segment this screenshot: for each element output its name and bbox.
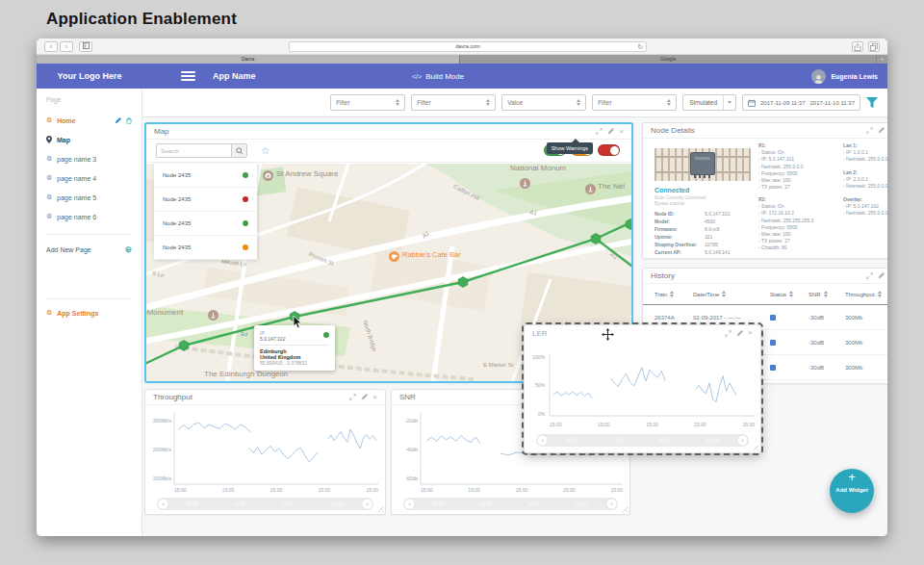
node-list-item[interactable]: Node 2435 (154, 236, 257, 260)
url-text: davra.com (455, 43, 480, 49)
resize-handle[interactable] (376, 505, 383, 512)
chart-scrollbar[interactable]: ‹ 06:0012:0018:00Aug 30 › (403, 498, 618, 510)
simulated-button[interactable]: Simulated (682, 94, 736, 111)
search-input[interactable] (156, 143, 231, 158)
node-list-item[interactable]: Node 2435 (154, 164, 257, 188)
tab-google[interactable]: Google (460, 55, 876, 64)
browser-back-button[interactable]: ‹ (44, 41, 58, 52)
node-marker-hexagon[interactable] (179, 341, 189, 351)
delete-page-icon[interactable] (126, 117, 132, 124)
add-page-plus-icon: ⊕ (124, 244, 132, 254)
x-axis-labels: 15:0015:0015:0015:0015:00 (550, 422, 755, 427)
scroll-right-button[interactable]: › (606, 499, 617, 509)
scroll-left-button[interactable]: ‹ (404, 499, 415, 509)
popup-status-dot (323, 332, 329, 338)
connection-status: Connected (654, 187, 706, 193)
throughput-widget: Throughput × 300Mb/s 200Mb/s 100Mb/s (144, 389, 386, 515)
gear-icon: ⚙ (46, 155, 52, 163)
tab-overview-button[interactable] (868, 41, 880, 52)
scroll-left-button[interactable]: ‹ (537, 435, 548, 446)
select-arrows-icon (396, 99, 399, 106)
add-new-page-button[interactable]: Add New Page ⊕ (46, 244, 132, 254)
sidebar-item-home[interactable]: ⚙ Home (46, 116, 132, 124)
column-snr[interactable]: SNR (808, 291, 845, 297)
ler-widget-dragging[interactable]: LER × 100% 50% 0% (524, 324, 761, 453)
simulated-dropdown-caret[interactable] (723, 95, 735, 110)
close-widget-icon[interactable]: × (748, 330, 753, 336)
date-range-picker[interactable]: 2017-11-09 11:37 2017-11-10 11:37 (742, 94, 860, 111)
avatar (811, 69, 826, 84)
chart-scrollbar[interactable]: ‹ 06:0012:0018:00Aug 30 › (157, 498, 373, 510)
edit-widget-icon[interactable] (878, 127, 885, 134)
scroll-right-button[interactable]: › (362, 499, 372, 509)
reader-icon (83, 42, 90, 49)
url-bar[interactable]: davra.com ↻ (289, 41, 647, 52)
pages-section-label: Page (46, 96, 132, 103)
scroll-left-button[interactable]: ‹ (158, 499, 168, 509)
node-list-item[interactable]: Node 2435 (154, 188, 257, 212)
resize-handle[interactable] (752, 444, 758, 450)
chart-scrollbar[interactable]: ‹ 06:0012:0018:00Aug 30 › (536, 434, 749, 447)
expand-widget-icon[interactable] (725, 330, 732, 337)
column-throughput[interactable]: Throughput (845, 291, 887, 297)
resize-handle[interactable] (621, 505, 628, 512)
y-tick: 100Mb/s (146, 475, 171, 481)
new-tab-button[interactable]: + (876, 55, 887, 64)
close-widget-icon[interactable]: × (619, 129, 624, 135)
sidebar-item-page5[interactable]: ⚙page name 5 (46, 193, 132, 201)
node-marker-hexagon[interactable] (458, 277, 468, 288)
node-marker-hexagon[interactable] (591, 234, 601, 244)
close-widget-icon[interactable]: × (372, 395, 377, 400)
edit-widget-icon[interactable] (607, 128, 614, 135)
browser-forward-button[interactable]: › (60, 41, 73, 52)
add-widget-button[interactable]: + Add Widget (830, 469, 874, 513)
share-button[interactable] (852, 41, 863, 52)
expand-widget-icon[interactable] (596, 128, 603, 135)
edit-widget-icon[interactable] (361, 394, 368, 400)
reload-icon[interactable]: ↻ (637, 42, 643, 51)
edit-widget-icon[interactable] (736, 330, 743, 337)
ler-chart (525, 341, 762, 425)
sidebar-item-page4[interactable]: ⚙page name 4 (46, 174, 132, 182)
expand-widget-icon[interactable] (866, 272, 873, 279)
node-status-dot (243, 172, 248, 178)
sidebar-item-app-settings[interactable]: ⚙ App Settings (46, 309, 132, 317)
build-mode-button[interactable]: </> Build Mode (412, 72, 464, 81)
value-select[interactable]: Value (501, 94, 586, 111)
expand-widget-icon[interactable] (349, 394, 356, 400)
gear-icon: ⚙ (46, 193, 52, 201)
select-arrows-icon (577, 99, 580, 106)
error-status-toggle[interactable] (598, 144, 620, 156)
throughput-title: Throughput (153, 393, 192, 401)
column-status[interactable]: Status (770, 291, 808, 297)
scroll-right-button[interactable]: › (737, 435, 748, 446)
calendar-icon (748, 99, 756, 107)
sidebar-item-page6[interactable]: ⚙page name 6 (46, 213, 132, 220)
sidebar-item-page3[interactable]: ⚙page name 3 (46, 155, 132, 163)
search-button[interactable] (231, 143, 247, 158)
tab-davra[interactable]: Davra (37, 55, 460, 64)
radio1-details: R1: - Status: On- IP: 5.0.147.101- Netma… (758, 142, 803, 191)
edit-page-icon[interactable] (115, 117, 121, 124)
column-datetime[interactable]: Date/Time (693, 291, 770, 297)
filter-select-3[interactable]: Filter (592, 94, 677, 111)
edit-widget-icon[interactable] (878, 272, 885, 279)
node-list-item[interactable]: Node 2435 (154, 212, 257, 236)
reader-view-button[interactable] (79, 41, 92, 52)
apply-filter-funnel-icon[interactable] (866, 97, 878, 109)
sidebar-item-map[interactable]: Map (46, 136, 132, 143)
select-arrows-icon (667, 99, 671, 106)
hamburger-menu-icon[interactable] (181, 71, 195, 81)
filter-select-2[interactable]: Filter (411, 94, 496, 111)
expand-widget-icon[interactable] (866, 127, 873, 134)
node-status-dot (243, 196, 248, 202)
column-train[interactable]: Train (654, 291, 693, 297)
filter-select-1[interactable]: Filter (330, 94, 405, 111)
gear-icon: ⚙ (46, 213, 52, 220)
node-status-dot (243, 244, 248, 250)
node-details-widget: Node Details × Connected Node Currently … (642, 122, 887, 259)
gear-icon: ⚙ (46, 174, 52, 182)
map-label-e-market-st: E Market St (483, 362, 513, 368)
user-menu[interactable]: Eugenia Lewis (811, 69, 878, 84)
favorite-star-icon[interactable]: ☆ (261, 146, 270, 156)
